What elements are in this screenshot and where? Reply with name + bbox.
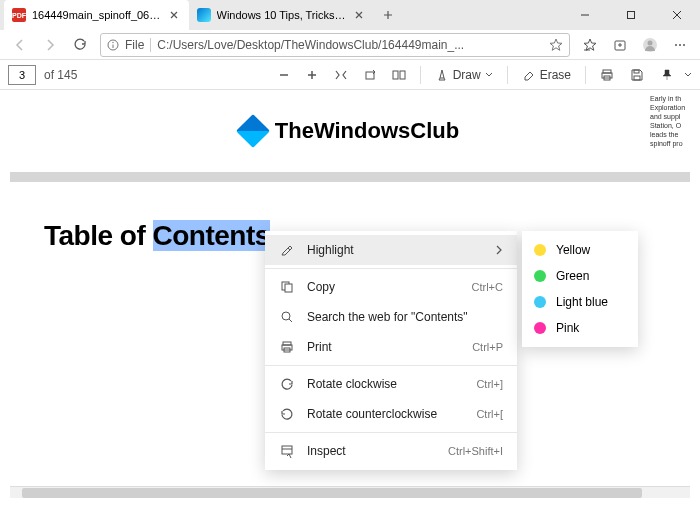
highlight-color-green[interactable]: Green	[522, 263, 638, 289]
new-tab-button[interactable]	[374, 0, 402, 30]
svg-rect-0	[628, 12, 635, 19]
profile-button[interactable]	[636, 31, 664, 59]
favorites-button[interactable]	[576, 31, 604, 59]
menu-highlight[interactable]: Highlight	[265, 235, 517, 265]
scheme-label: File	[125, 38, 144, 52]
back-button[interactable]	[6, 31, 34, 59]
highlight-color-pink[interactable]: Pink	[522, 315, 638, 341]
svg-point-19	[282, 312, 290, 320]
menu-separator	[265, 365, 517, 366]
tab-pdf[interactable]: PDF 164449main_spinoff_06.pdf	[4, 0, 189, 30]
menu-rotate-ccw[interactable]: Rotate counterclockwise Ctrl+[	[265, 399, 517, 429]
chevron-down-icon[interactable]	[684, 71, 692, 79]
pdf-toolbar: of 145 Draw Erase	[0, 60, 700, 90]
close-window-button[interactable]	[654, 0, 700, 30]
page-banner: TheWindowsClub	[10, 90, 690, 172]
highlighter-icon	[279, 243, 295, 257]
svg-point-6	[675, 44, 677, 46]
print-icon	[279, 340, 295, 354]
close-tab-button[interactable]	[353, 8, 367, 22]
erase-label: Erase	[540, 68, 571, 82]
page-view-button[interactable]	[386, 61, 412, 89]
pin-toolbar-button[interactable]	[654, 61, 680, 89]
tab-title: Windows 10 Tips, Tricks, Help, S...	[217, 9, 347, 21]
svg-rect-15	[634, 70, 639, 73]
address-bar: File C:/Users/Love/Desktop/TheWindowsClu…	[0, 30, 700, 60]
fit-width-button[interactable]	[328, 61, 354, 89]
page-total: of 145	[44, 68, 77, 82]
scrollbar-thumb[interactable]	[22, 488, 642, 498]
svg-point-5	[648, 40, 653, 45]
info-icon	[107, 39, 119, 51]
context-menu: Highlight Copy Ctrl+C Search the web for…	[265, 231, 517, 470]
twc-logo-icon	[236, 114, 270, 148]
zoom-out-button[interactable]	[272, 61, 296, 89]
banner-brand: TheWindowsClub	[241, 118, 459, 144]
pdf-favicon: PDF	[12, 8, 26, 22]
collections-button[interactable]	[606, 31, 634, 59]
zoom-in-button[interactable]	[300, 61, 324, 89]
svg-point-7	[679, 44, 681, 46]
color-swatch	[534, 244, 546, 256]
more-button[interactable]	[666, 31, 694, 59]
tab-title: 164449main_spinoff_06.pdf	[32, 9, 162, 21]
page-number-input[interactable]	[8, 65, 36, 85]
color-swatch	[534, 296, 546, 308]
save-button[interactable]	[624, 61, 650, 89]
svg-point-8	[683, 44, 685, 46]
refresh-button[interactable]	[66, 31, 94, 59]
star-icon[interactable]	[549, 38, 563, 52]
highlight-color-lightblue[interactable]: Light blue	[522, 289, 638, 315]
menu-separator	[265, 268, 517, 269]
menu-rotate-cw[interactable]: Rotate clockwise Ctrl+]	[265, 369, 517, 399]
svg-point-2	[112, 41, 113, 42]
svg-rect-23	[282, 446, 292, 454]
svg-rect-9	[366, 72, 374, 79]
svg-rect-11	[400, 71, 405, 79]
color-swatch	[534, 270, 546, 282]
minimize-button[interactable]	[562, 0, 608, 30]
close-tab-button[interactable]	[168, 8, 181, 22]
url-box[interactable]: File C:/Users/Love/Desktop/TheWindowsClu…	[100, 33, 570, 57]
copy-icon	[279, 280, 295, 294]
menu-print[interactable]: Print Ctrl+P	[265, 332, 517, 362]
highlight-color-yellow[interactable]: Yellow	[522, 237, 638, 263]
search-icon	[279, 310, 295, 324]
svg-rect-18	[285, 284, 292, 292]
inspect-icon	[279, 444, 295, 458]
url-path: C:/Users/Love/Desktop/TheWindowsClub/164…	[157, 38, 543, 52]
rotate-cw-icon	[279, 377, 295, 391]
menu-copy[interactable]: Copy Ctrl+C	[265, 272, 517, 302]
tab-secondary[interactable]: Windows 10 Tips, Tricks, Help, S...	[189, 0, 374, 30]
draw-label: Draw	[453, 68, 481, 82]
selected-text[interactable]: Contents	[153, 220, 270, 251]
maximize-button[interactable]	[608, 0, 654, 30]
highlight-submenu: Yellow Green Light blue Pink	[522, 231, 638, 347]
rotate-button[interactable]	[358, 61, 382, 89]
print-button[interactable]	[594, 61, 620, 89]
window-controls	[562, 0, 700, 30]
horizontal-scrollbar[interactable]	[10, 486, 690, 498]
tabs-strip: PDF 164449main_spinoff_06.pdf Windows 10…	[0, 0, 402, 30]
titlebar: PDF 164449main_spinoff_06.pdf Windows 10…	[0, 0, 700, 30]
side-text-fragment: Early in th Exploration and suppl Statio…	[646, 90, 690, 172]
rotate-ccw-icon	[279, 407, 295, 421]
svg-rect-10	[393, 71, 398, 79]
draw-button[interactable]: Draw	[429, 61, 499, 89]
forward-button[interactable]	[36, 31, 64, 59]
menu-search-web[interactable]: Search the web for "Contents"	[265, 302, 517, 332]
menu-inspect[interactable]: Inspect Ctrl+Shift+I	[265, 436, 517, 466]
erase-button[interactable]: Erase	[516, 61, 577, 89]
svg-rect-16	[634, 76, 640, 80]
chevron-right-icon	[495, 245, 503, 255]
url-divider	[150, 38, 151, 52]
edge-favicon	[197, 8, 211, 22]
menu-separator	[265, 432, 517, 433]
color-swatch	[534, 322, 546, 334]
